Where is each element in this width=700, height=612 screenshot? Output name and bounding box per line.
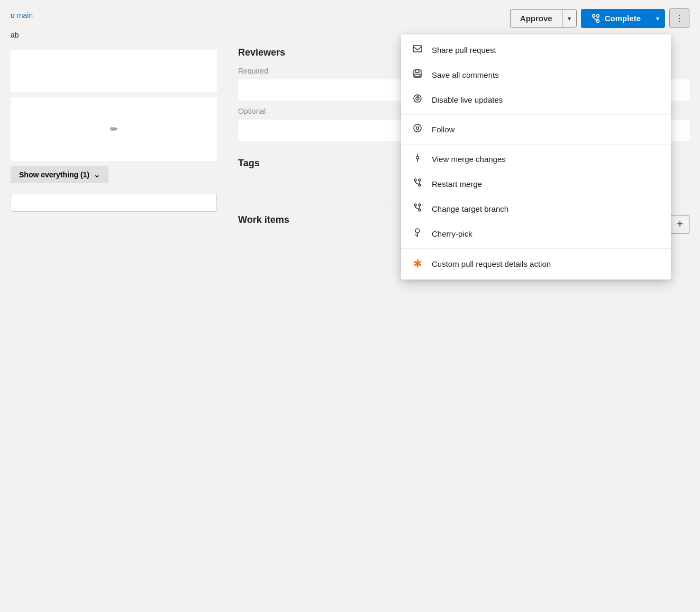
svg-point-10 [414,124,421,132]
menu-item-disable-live[interactable]: Disable live updates [401,87,671,112]
show-everything-button[interactable]: Show everything (1) ⌄ [11,166,108,183]
menu-item-share-pr[interactable]: Share pull request [401,38,671,62]
svg-point-0 [592,14,595,17]
menu-item-restart-merge[interactable]: Restart merge [401,172,671,196]
approve-chevron-icon: ▾ [568,15,571,22]
divider-1 [401,114,671,115]
complete-button[interactable]: Complete [581,9,650,28]
svg-point-15 [414,179,416,181]
svg-point-21 [419,204,421,206]
search-input-area [11,194,217,212]
envelope-icon [412,44,423,56]
more-dots-icon: ⋮ [675,14,684,23]
show-everything-chevron: ⌄ [94,170,100,179]
add-work-item-button[interactable]: + [670,215,689,234]
complete-chevron-button[interactable]: ▾ [650,9,665,28]
merge-view-icon [412,153,423,165]
menu-item-cherry-pick[interactable]: Cherry-pick [401,221,671,246]
menu-item-share-pr-label: Share pull request [432,46,496,55]
complete-button-group: Complete ▾ [581,9,665,28]
svg-point-11 [416,127,419,130]
divider-3 [401,248,671,249]
svg-point-19 [414,204,416,206]
approve-button[interactable]: Approve [510,9,562,28]
svg-point-23 [415,229,420,233]
breadcrumb-prefix: o [11,11,17,20]
menu-item-change-target[interactable]: Change target branch [401,196,671,221]
show-everything-label: Show everything (1) [19,170,89,179]
svg-point-2 [596,14,599,17]
menu-item-save-comments-label: Save all comments [432,70,499,79]
pr-title-card [11,50,217,92]
approve-chevron-button[interactable]: ▾ [562,9,577,28]
menu-item-follow-label: Follow [432,125,454,134]
menu-item-disable-live-label: Disable live updates [432,95,503,104]
complete-branch-icon [591,14,601,23]
menu-item-cherry-pick-label: Cherry-pick [432,229,472,238]
more-actions-button[interactable]: ⋮ [669,8,689,28]
svg-point-12 [416,157,419,159]
search-input[interactable] [11,194,217,212]
menu-item-restart-merge-label: Restart merge [432,179,482,188]
dropdown-menu: Share pull request Save all comments [401,34,671,280]
menu-item-view-merge-label: View merge changes [432,155,506,164]
asterisk-icon: ✱ [412,257,423,270]
menu-item-save-comments[interactable]: Save all comments [401,62,671,87]
approve-button-group: Approve ▾ [510,9,577,28]
svg-point-17 [419,179,421,181]
merge-restart-icon [412,178,423,190]
svg-point-16 [419,184,421,186]
menu-item-follow[interactable]: Follow [401,117,671,142]
pr-description-card[interactable]: ✏ [11,97,217,161]
svg-point-1 [596,20,599,22]
save-icon [412,69,423,81]
edit-icon: ✏ [110,123,118,135]
svg-point-20 [419,209,421,211]
live-update-icon [412,94,423,106]
menu-item-change-target-label: Change target branch [432,204,508,213]
complete-label: Complete [605,14,641,23]
menu-item-custom-action[interactable]: ✱ Custom pull request details action [401,251,671,276]
svg-rect-4 [413,46,422,52]
follow-icon [412,123,423,136]
toolbar: Approve ▾ Complete [228,0,700,37]
menu-item-custom-action-label: Custom pull request details action [432,259,551,268]
cherry-pick-icon [412,228,423,240]
branch-icon [412,203,423,215]
complete-chevron-icon: ▾ [656,15,659,22]
divider-2 [401,144,671,145]
menu-item-view-merge[interactable]: View merge changes [401,147,671,172]
svg-rect-7 [415,74,420,77]
tab-label: ab [0,25,228,44]
work-items-title: Work items [238,214,289,226]
svg-rect-6 [415,70,419,73]
breadcrumb-main-link[interactable]: main [17,11,33,20]
